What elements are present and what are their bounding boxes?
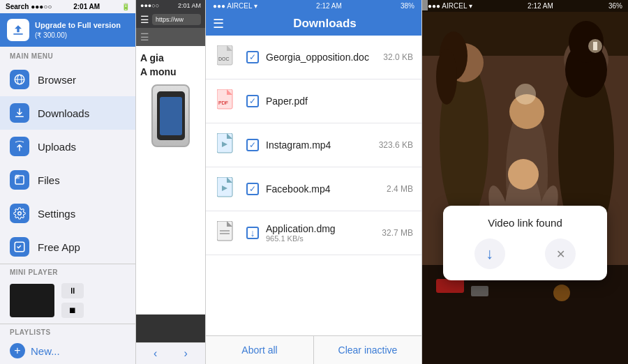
- stop-button[interactable]: ⏹: [61, 303, 84, 318]
- dl-time: 2:12 AM: [316, 2, 342, 10]
- svg-point-37: [588, 39, 602, 53]
- browser-content: A gia A monu: [136, 46, 205, 314]
- sidebar-item-free-app[interactable]: Free App: [0, 230, 135, 264]
- sidebar-item-settings[interactable]: Settings: [0, 197, 135, 230]
- svg-text:DOC: DOC: [218, 56, 230, 61]
- svg-rect-13: [217, 89, 232, 109]
- upgrade-text: Upgrade to Full version (₹ 300.00): [35, 20, 121, 39]
- dmg-info: Application.dmg 965.1 KB/s: [266, 223, 375, 243]
- facebook-checkbox[interactable]: ✓: [246, 183, 259, 195]
- video-download-button[interactable]: ↓: [474, 238, 505, 269]
- browser-toolbar: ☰ https://ww: [136, 11, 205, 28]
- settings-label: Settings: [38, 208, 75, 220]
- video-time: 2:12 AM: [528, 2, 553, 10]
- svg-text:PDF: PDF: [218, 100, 228, 105]
- browser-signal: ●●●○○: [140, 2, 159, 9]
- downloads-list: DOC ✓ Georgia_opposition.doc 32.0 KB PDF…: [206, 36, 421, 335]
- forward-button[interactable]: ›: [184, 347, 188, 360]
- uploads-icon: [10, 137, 29, 156]
- svg-point-9: [18, 212, 22, 215]
- close-x-icon: ✕: [556, 248, 565, 261]
- download-item-dmg: ↓ Application.dmg 965.1 KB/s 32.7 MB: [206, 211, 421, 255]
- browser-heading: A gia A monu: [140, 52, 201, 79]
- downloads-toolbar: ☰ Downloads: [206, 12, 421, 36]
- mini-player-controls: ⏸ ⏹: [0, 279, 135, 324]
- dark-band: [136, 314, 205, 342]
- browser-menu-button[interactable]: ☰: [140, 14, 149, 25]
- upgrade-banner[interactable]: Upgrade to Full version (₹ 300.00): [0, 13, 135, 47]
- download-arrow-icon: ↓: [486, 245, 493, 263]
- abort-all-button[interactable]: Abort all: [206, 336, 313, 364]
- download-item-facebook: ✓ Facebook.mp4 2.4 MB: [206, 167, 421, 211]
- dl-carrier: ●●● AIRCEL ▾: [213, 2, 257, 10]
- back-button[interactable]: ‹: [154, 347, 157, 360]
- uploads-label: Uploads: [38, 141, 76, 153]
- pdf-info: Paper.pdf: [266, 96, 406, 107]
- svg-rect-40: [471, 286, 488, 296]
- mini-player-section: MINI PLAYER ⏸ ⏹: [0, 264, 135, 324]
- browser-toolbar2: ☰: [136, 28, 205, 46]
- downloads-title: Downloads: [235, 17, 414, 31]
- new-playlist-button[interactable]: + New...: [0, 338, 135, 364]
- doc-info: Georgia_opposition.doc: [266, 52, 376, 63]
- downloads-footer: Abort all Clear inactive: [206, 335, 421, 364]
- video-status-bar: ●●● AIRCEL ▾ 2:12 AM 36%: [422, 0, 628, 12]
- svg-point-27: [436, 49, 457, 105]
- files-label: Files: [38, 174, 60, 186]
- pdf-checkbox[interactable]: ✓: [246, 95, 259, 107]
- sidebar-item-uploads[interactable]: Uploads: [0, 130, 135, 163]
- download-item-doc: DOC ✓ Georgia_opposition.doc 32.0 KB: [206, 36, 421, 79]
- browser-menu-icon2[interactable]: ☰: [140, 31, 149, 43]
- browser-time: 2:01 AM: [178, 2, 201, 9]
- status-battery-left: 🔋: [121, 3, 130, 10]
- playlists-section: PLAYLISTS + New...: [0, 324, 135, 364]
- free-app-label: Free App: [38, 241, 80, 253]
- browser-status-bar: ●●●○○ 2:01 AM: [136, 0, 205, 11]
- svg-rect-5: [15, 116, 24, 118]
- downloads-status-bar: ●●● AIRCEL ▾ 2:12 AM 38%: [206, 0, 421, 12]
- video-close-button[interactable]: ✕: [545, 238, 576, 269]
- svg-rect-11: [217, 45, 232, 65]
- downloads-panel: ●●● AIRCEL ▾ 2:12 AM 38% ☰ Downloads DOC…: [206, 0, 422, 364]
- instagram-checkbox[interactable]: ✓: [246, 139, 259, 151]
- sidebar-item-files[interactable]: Files: [0, 163, 135, 197]
- plus-icon: +: [10, 343, 25, 358]
- dmg-file-icon: [214, 218, 239, 248]
- video-battery: 36%: [608, 2, 622, 10]
- svg-rect-1: [13, 33, 22, 35]
- instagram-info: Instagram.mp4: [266, 139, 372, 151]
- sidebar-panel: Search ●●●○○ 2:01 AM 🔋 Upgrade to Full v…: [0, 0, 136, 364]
- pdf-file-icon: PDF: [214, 86, 239, 116]
- mini-player-label: MINI PLAYER: [0, 264, 135, 279]
- phone-image: [151, 84, 190, 147]
- video-link-title: Video link found: [454, 217, 596, 229]
- upgrade-icon: [7, 19, 29, 41]
- clear-inactive-button[interactable]: Clear inactive: [313, 336, 421, 364]
- video-link-actions: ↓ ✕: [454, 238, 596, 269]
- video-panel: ●●● AIRCEL ▾ 2:12 AM 36% Video link foun…: [422, 0, 628, 364]
- downloads-icon: [10, 103, 29, 123]
- pause-button[interactable]: ⏸: [61, 283, 84, 298]
- sidebar-item-downloads[interactable]: Downloads: [0, 96, 135, 130]
- svg-point-41: [553, 285, 570, 301]
- playlists-label: PLAYLISTS: [0, 324, 135, 338]
- facebook-info: Facebook.mp4: [266, 183, 380, 195]
- video-thumbnail: [10, 284, 54, 317]
- dmg-download-indicator: ↓: [246, 227, 259, 239]
- download-item-instagram: ✓ Instagram.mp4 323.6 KB: [206, 123, 421, 167]
- files-icon: [10, 170, 29, 190]
- browser-navigation: ‹ ›: [136, 342, 205, 364]
- main-menu-label: MAIN MENU: [0, 47, 135, 63]
- download-item-pdf: PDF ✓ Paper.pdf: [206, 79, 421, 123]
- video-scene: [422, 0, 628, 364]
- svg-point-43: [508, 159, 539, 190]
- doc-checkbox[interactable]: ✓: [246, 51, 259, 63]
- url-bar[interactable]: https://ww: [152, 14, 201, 25]
- sidebar-item-browser[interactable]: Browser: [0, 63, 135, 96]
- status-search: Search ●●●○○: [6, 3, 52, 10]
- svg-point-31: [515, 84, 536, 105]
- downloads-menu-button[interactable]: ☰: [213, 16, 224, 31]
- video-file-icon-1: [214, 130, 239, 160]
- downloads-label: Downloads: [38, 107, 89, 119]
- browser-panel: ●●●○○ 2:01 AM ☰ https://ww ☰ A gia A mon…: [136, 0, 206, 364]
